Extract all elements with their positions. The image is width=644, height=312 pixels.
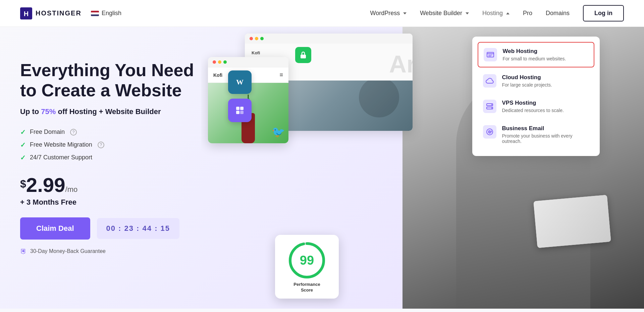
price-amount: 2.99 xyxy=(26,174,65,196)
dropdown-item-vps-hosting[interactable]: VPS Hosting Dedicated resources to scale… xyxy=(478,94,594,118)
guarantee-label: 30-Day Money-Back Guarantee xyxy=(30,248,106,254)
hamburger-icon: ≡ xyxy=(279,71,283,79)
svg-rect-17 xyxy=(236,111,239,114)
feature-label: Free Domain xyxy=(30,128,65,136)
free-months-label: + 3 Months Free xyxy=(20,198,195,207)
feature-label: 24/7 Customer Support xyxy=(30,154,92,161)
svg-point-8 xyxy=(491,104,492,105)
cloud-hosting-content: Cloud Hosting For large scale projects. xyxy=(502,74,552,88)
check-icon: ✓ xyxy=(20,141,26,149)
price-dollar: $ xyxy=(20,178,26,189)
help-icon-domain[interactable]: ? xyxy=(70,129,77,136)
hero-content: Everything You Need to Create a Website … xyxy=(20,47,195,309)
performance-label: PerformanceScore xyxy=(293,282,320,293)
dot-yellow xyxy=(255,37,258,40)
help-icon-migration[interactable]: ? xyxy=(98,142,104,148)
art-text: Ar xyxy=(389,50,413,78)
subtitle-suffix: off Hosting + Website Builder xyxy=(56,107,161,116)
cloud-hosting-desc: For large scale projects. xyxy=(502,82,552,88)
svg-point-9 xyxy=(491,108,492,109)
shield-icon: ⛨ xyxy=(20,248,27,255)
login-button[interactable]: Log in xyxy=(583,5,624,21)
business-email-icon xyxy=(483,125,496,139)
dropdown-item-business-email[interactable]: Business Email Promote your business wit… xyxy=(478,120,594,149)
business-email-desc: Promote your business with every outreac… xyxy=(502,133,589,144)
dot-green xyxy=(260,37,264,40)
builder-icon xyxy=(228,99,252,122)
svg-text:H: H xyxy=(24,10,29,17)
chevron-down-icon xyxy=(403,12,407,14)
vps-hosting-icon xyxy=(483,100,496,113)
feature-free-migration: ✓ Free Website Migration ? xyxy=(20,141,195,149)
art-circle-2 xyxy=(359,81,399,117)
kofi-label-phone: Kofi xyxy=(213,72,222,78)
nav-item-wordpress[interactable]: WordPress xyxy=(370,10,407,17)
navbar: H HOSTINGER English WordPress Website Bu… xyxy=(0,0,644,27)
cta-row: Claim Deal 00 : 23 : 44 : 15 xyxy=(20,217,195,240)
web-hosting-content: Web Hosting For small to medium websites… xyxy=(502,48,566,61)
bird-icon: 🐦 xyxy=(272,125,285,138)
countdown-timer: 00 : 23 : 44 : 15 xyxy=(97,218,180,239)
brand-name: HOSTINGER xyxy=(36,9,82,17)
wordpress-icon: W xyxy=(228,70,252,94)
performance-score: 99 xyxy=(300,253,314,268)
language-selector[interactable]: English xyxy=(91,10,121,17)
laptop-screen xyxy=(533,195,611,248)
business-email-content: Business Email Promote your business wit… xyxy=(502,125,589,144)
dot-red xyxy=(213,60,216,64)
mockup-bar xyxy=(245,34,413,44)
performance-widget: 99 PerformanceScore xyxy=(275,235,339,299)
cloud-hosting-icon xyxy=(483,74,496,88)
svg-rect-19 xyxy=(301,55,306,58)
nav-item-pro[interactable]: Pro xyxy=(523,10,532,17)
flag-icon xyxy=(91,11,99,16)
performance-circle: 99 xyxy=(287,240,327,280)
feature-free-domain: ✓ Free Domain ? xyxy=(20,128,195,136)
dropdown-item-cloud-hosting[interactable]: Cloud Hosting For large scale projects. xyxy=(478,69,594,93)
svg-rect-15 xyxy=(236,107,239,110)
price-display: $2.99/mo xyxy=(20,175,195,195)
hero-title: Everything You Need to Create a Website xyxy=(20,60,195,101)
money-back-guarantee: ⛨ 30-Day Money-Back Guarantee xyxy=(20,248,195,255)
navbar-nav: WordPress Website Builder Hosting xyxy=(370,5,624,21)
chevron-up-icon xyxy=(506,12,509,14)
dot-red xyxy=(250,37,253,40)
business-email-title: Business Email xyxy=(502,125,589,132)
svg-rect-14 xyxy=(233,104,246,117)
logo-icon: H xyxy=(20,7,32,19)
hosting-nav-wrap: Hosting Web Hosting xyxy=(482,10,509,17)
vps-hosting-desc: Dedicated resources to scale. xyxy=(502,108,564,113)
cloud-hosting-title: Cloud Hosting xyxy=(502,74,552,81)
feature-support: ✓ 24/7 Customer Support xyxy=(20,154,195,162)
nav-item-domains[interactable]: Domains xyxy=(546,10,570,17)
svg-text:W: W xyxy=(236,78,244,86)
kofi-label-desktop: Kofi xyxy=(252,50,406,55)
logo[interactable]: H HOSTINGER xyxy=(20,7,82,19)
phone-bar xyxy=(208,57,288,67)
dropdown-item-web-hosting[interactable]: Web Hosting For small to medium websites… xyxy=(478,42,594,67)
feature-label: Free Website Migration xyxy=(30,141,92,148)
claim-deal-button[interactable]: Claim Deal xyxy=(20,217,90,240)
check-icon: ✓ xyxy=(20,154,26,162)
hosting-dropdown: Web Hosting For small to medium websites… xyxy=(472,37,600,156)
svg-rect-18 xyxy=(240,111,244,114)
web-hosting-desc: For small to medium websites. xyxy=(502,56,566,61)
nav-item-website-builder[interactable]: Website Builder xyxy=(420,10,469,17)
svg-rect-16 xyxy=(240,107,244,110)
vps-hosting-content: VPS Hosting Dedicated resources to scale… xyxy=(502,100,564,113)
web-hosting-title: Web Hosting xyxy=(502,48,566,55)
dot-yellow xyxy=(218,60,221,64)
dot-green xyxy=(223,60,227,64)
app-icons: W xyxy=(228,70,252,122)
discount-text: 75% xyxy=(41,107,56,116)
hero-features-list: ✓ Free Domain ? ✓ Free Website Migration… xyxy=(20,128,195,162)
vps-hosting-title: VPS Hosting xyxy=(502,100,564,106)
check-icon: ✓ xyxy=(20,128,26,136)
chevron-down-icon xyxy=(466,12,469,14)
nav-item-hosting[interactable]: Hosting xyxy=(482,10,509,17)
lock-badge xyxy=(295,47,311,63)
navbar-left: H HOSTINGER English xyxy=(20,7,121,19)
subtitle-prefix: Up to xyxy=(20,107,41,116)
laptop-shape xyxy=(533,195,611,248)
price-period: /mo xyxy=(65,185,78,194)
